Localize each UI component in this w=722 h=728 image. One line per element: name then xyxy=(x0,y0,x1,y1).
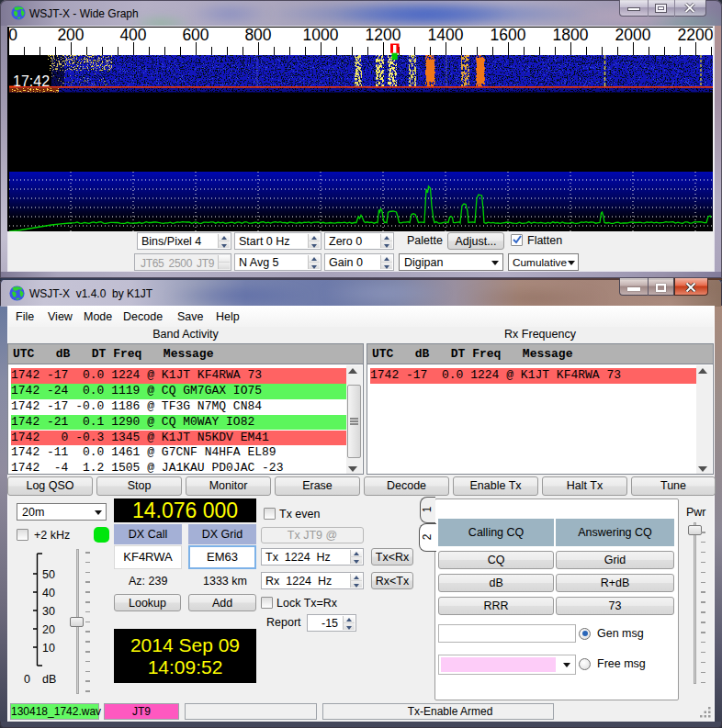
svg-text:1400: 1400 xyxy=(428,27,464,44)
svg-text:10: 10 xyxy=(42,642,55,655)
svg-text:30: 30 xyxy=(42,605,55,618)
svg-text:400: 400 xyxy=(119,27,146,44)
svg-text:1800: 1800 xyxy=(553,27,589,44)
svg-text:800: 800 xyxy=(244,27,271,44)
svg-text:600: 600 xyxy=(182,27,209,44)
svg-text:1600: 1600 xyxy=(491,27,526,44)
svg-text:2000: 2000 xyxy=(615,27,651,44)
svg-text:1000: 1000 xyxy=(303,27,339,44)
svg-text:20: 20 xyxy=(42,623,55,636)
svg-text:50: 50 xyxy=(42,568,55,581)
svg-text:1200: 1200 xyxy=(366,27,401,44)
svg-text:40: 40 xyxy=(42,587,55,599)
svg-text:200: 200 xyxy=(57,27,84,44)
svg-text:0: 0 xyxy=(8,27,17,44)
svg-text:2200: 2200 xyxy=(678,27,713,44)
